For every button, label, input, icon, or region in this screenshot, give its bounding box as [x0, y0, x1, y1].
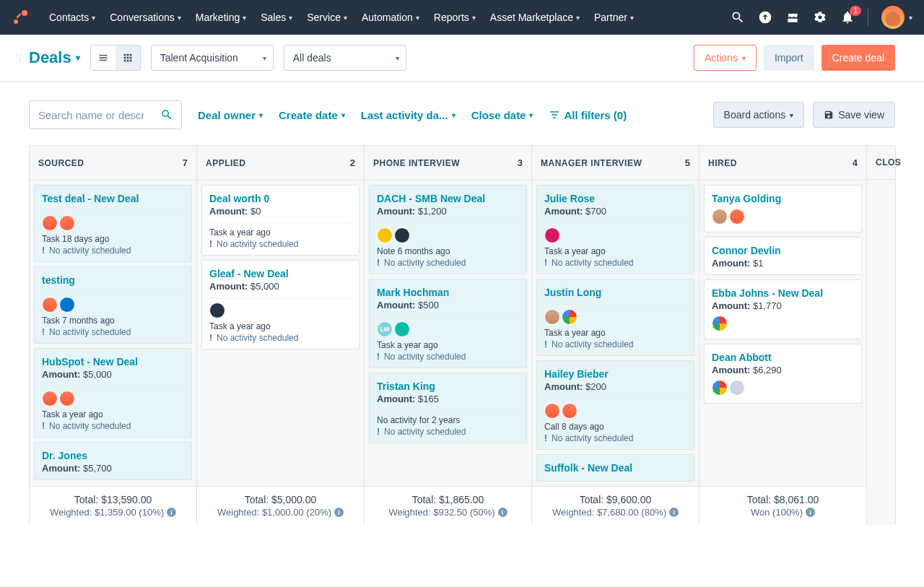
chevron-down-icon: ▾ — [630, 14, 634, 22]
avatar-icon — [42, 215, 58, 231]
info-icon[interactable]: i — [498, 508, 507, 517]
filter-close-date[interactable]: Close date▾ — [471, 109, 533, 121]
deal-no-activity: No activity scheduled — [544, 433, 687, 443]
deal-no-activity: No activity scheduled — [42, 421, 184, 431]
column-header: CLOS — [867, 146, 895, 180]
svg-point-1 — [22, 10, 27, 16]
search-button[interactable] — [152, 100, 181, 129]
deal-card[interactable]: Deal worth 0Amount: $0Task a year agoNo … — [201, 185, 359, 256]
deal-avatars — [42, 297, 184, 313]
deal-amount: Amount: $1,770 — [712, 300, 854, 311]
info-icon[interactable]: i — [806, 508, 815, 517]
search-input[interactable] — [30, 101, 152, 129]
column-body: DACH - SMB New DealAmount: $1,200Note 6 … — [365, 181, 531, 486]
nav-item-reports[interactable]: Reports▾ — [428, 7, 481, 27]
deal-title: Tristan King — [377, 381, 519, 392]
deal-card[interactable]: Justin LongTask a year agoNo activity sc… — [536, 279, 694, 356]
nav-item-contacts[interactable]: Contacts▾ — [43, 7, 101, 27]
settings-gear-icon[interactable] — [813, 10, 827, 25]
chevron-down-icon: ▾ — [243, 14, 246, 22]
deal-card[interactable]: Hailey BieberAmount: $200Call 8 days ago… — [536, 360, 694, 450]
upgrade-icon[interactable] — [758, 10, 772, 25]
deal-no-activity: No activity scheduled — [544, 339, 687, 349]
filter-create-date[interactable]: Create date▾ — [279, 109, 345, 121]
board-view-button[interactable] — [116, 45, 140, 70]
import-button[interactable]: Import — [764, 45, 814, 71]
deal-title: DACH - SMB New Deal — [377, 193, 519, 204]
avatar-icon — [562, 309, 578, 325]
column-footer: Total: $8,061.00Won (100%)i — [699, 486, 866, 525]
deal-avatars — [209, 303, 352, 318]
info-icon[interactable]: i — [669, 508, 679, 517]
deal-card[interactable]: DACH - SMB New DealAmount: $1,200Note 6 … — [369, 185, 527, 274]
page-header: Deals ▾ Talent Acquisition ▾ All deals ▾… — [0, 35, 924, 82]
deal-card[interactable]: Dean AbbottAmount: $6,290 — [704, 344, 862, 404]
deal-card[interactable]: Test deal - New DealTask 18 days agoNo a… — [34, 185, 192, 262]
column-total: Total: $9,600.00 — [538, 494, 693, 505]
nav-item-marketing[interactable]: Marketing▾ — [190, 7, 252, 27]
actions-button[interactable]: Actions▾ — [694, 45, 757, 71]
deal-card[interactable]: Tristan KingAmount: $165No activity for … — [369, 373, 527, 443]
deal-amount: Amount: $5,000 — [42, 369, 184, 380]
column-count: 7 — [183, 157, 188, 168]
notification-count-badge: 1 — [850, 6, 861, 16]
deal-card[interactable]: testingTask 7 months agoNo activity sche… — [34, 266, 192, 344]
info-icon[interactable]: i — [167, 508, 176, 517]
list-view-button[interactable] — [91, 45, 116, 70]
chevron-down-icon: ▾ — [76, 53, 80, 63]
page-title-dropdown[interactable]: Deals ▾ — [29, 48, 80, 67]
create-deal-button[interactable]: Create deal — [821, 45, 895, 71]
deal-title: Test deal - New Deal — [42, 193, 184, 204]
save-view-button[interactable]: Save view — [813, 102, 895, 128]
marketplace-icon[interactable] — [785, 10, 800, 25]
deal-amount: Amount: $1 — [712, 258, 854, 269]
deal-card[interactable]: Tanya Golding — [704, 185, 862, 232]
deal-title: Mark Hochman — [377, 287, 519, 298]
notifications-bell-icon[interactable]: 1 — [840, 10, 855, 25]
nav-item-partner[interactable]: Partner▾ — [588, 7, 640, 27]
column-title: SOURCED — [38, 158, 84, 168]
board-actions-button[interactable]: Board actions▾ — [713, 102, 805, 128]
nav-item-asset-marketplace[interactable]: Asset Marketplace▾ — [484, 7, 585, 27]
deal-card[interactable]: Dr. JonesAmount: $5,700 — [34, 442, 192, 480]
info-icon[interactable]: i — [334, 508, 344, 517]
deal-card[interactable]: Mark HochmanAmount: $500LMTask a year ag… — [369, 279, 527, 368]
deal-amount: Amount: $6,290 — [712, 365, 854, 375]
column-header: APPLIED2 — [197, 146, 364, 181]
column-weighted: Won (100%)i — [705, 507, 860, 518]
filter-deal-owner[interactable]: Deal owner▾ — [198, 109, 263, 121]
hubspot-logo-icon[interactable] — [12, 9, 29, 26]
nav-item-service[interactable]: Service▾ — [301, 7, 353, 27]
search-icon[interactable] — [731, 10, 745, 25]
top-nav: Contacts▾Conversations▾Marketing▾Sales▾S… — [0, 0, 924, 35]
deal-card[interactable]: HubSpot - New DealAmount: $5,000Task a y… — [34, 348, 192, 438]
pipeline-select[interactable]: Talent Acquisition — [151, 45, 274, 71]
deal-last-activity: Task a year ago — [209, 321, 352, 331]
deal-avatars — [544, 309, 687, 325]
chevron-down-icon: ▾ — [178, 14, 181, 22]
deal-amount: Amount: $1,200 — [377, 206, 519, 217]
board-column: SOURCED7Test deal - New DealTask 18 days… — [30, 146, 197, 525]
deal-card[interactable]: Connor DevlinAmount: $1 — [704, 237, 862, 275]
column-footer: Total: $13,590.00Weighted: $1,359.00 (10… — [30, 486, 196, 525]
nav-item-conversations[interactable]: Conversations▾ — [104, 7, 187, 27]
avatar-icon — [42, 391, 58, 406]
deal-filter-select[interactable]: All deals — [284, 45, 406, 71]
account-menu[interactable]: ▾ — [881, 6, 912, 29]
board-column: MANAGER INTERVIEW5Julie RoseAmount: $700… — [532, 146, 699, 525]
nav-item-sales[interactable]: Sales▾ — [255, 7, 298, 27]
column-weighted: Weighted: $7,680.00 (80%)i — [538, 507, 693, 518]
deal-avatars — [712, 316, 854, 331]
column-body: Julie RoseAmount: $700Task a year agoNo … — [532, 181, 699, 486]
deal-avatars — [42, 215, 184, 231]
deal-title: Justin Long — [544, 287, 687, 298]
deal-avatars — [712, 209, 854, 225]
filter-all-filters[interactable]: All filters (0) — [549, 109, 627, 121]
deal-card[interactable]: Suffolk - New Deal — [536, 454, 694, 482]
deal-card[interactable]: Ebba Johns - New DealAmount: $1,770 — [704, 279, 862, 339]
filter-last-activity[interactable]: Last activity da...▾ — [361, 109, 456, 121]
column-title: APPLIED — [206, 158, 246, 168]
deal-card[interactable]: Gleaf - New DealAmount: $5,000Task a yea… — [201, 260, 359, 349]
deal-card[interactable]: Julie RoseAmount: $700Task a year agoNo … — [536, 185, 694, 274]
nav-item-automation[interactable]: Automation▾ — [356, 7, 425, 27]
